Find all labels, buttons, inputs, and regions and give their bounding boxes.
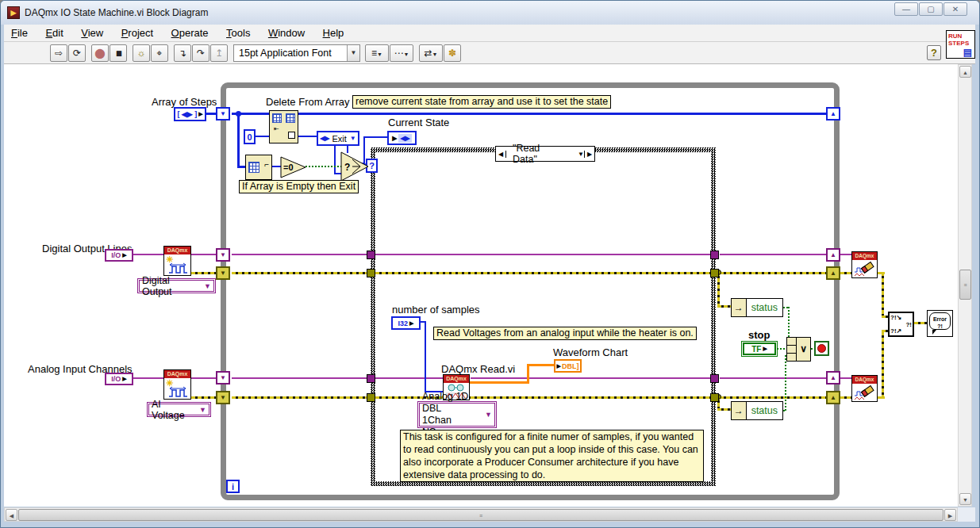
menu-project[interactable]: Project [114,25,160,41]
pause-button-icon[interactable]: ▮▮ [110,44,127,62]
array-size-icon[interactable]: ⌐ [245,155,272,180]
shift-register-do-task-right[interactable]: ▲ [826,248,840,262]
vertical-scroll-thumb[interactable]: ≡ [959,270,971,300]
vi-icon-run-steps[interactable]: RUN STEPS ▤ [946,30,975,59]
daqmx-create-channel-do-icon[interactable]: DAQmx ✳ [163,246,191,276]
comment-read-voltages: Read Voltages from an analog input while… [433,327,697,340]
step-into-icon[interactable]: ↴ [174,44,191,62]
menu-operate[interactable]: Operate [164,25,216,41]
minimize-button[interactable]: — [894,2,918,16]
terminal-waveform-chart[interactable]: ▶ DBL] [554,359,582,373]
loop-iteration-terminal[interactable]: i [226,480,240,493]
daqmx-create-channel-ai-icon[interactable]: DAQmx ✳ [163,369,191,400]
loop-condition-stop-icon[interactable] [814,341,829,356]
menu-window[interactable]: Window [261,25,312,41]
close-button[interactable]: ✕ [943,2,967,16]
terminal-stop[interactable]: TF▶ [741,341,778,357]
label-number-of-samples: number of samples [392,304,480,316]
shift-register-do-error-left[interactable]: ▼ [216,266,230,280]
align-objects-icon[interactable]: ≡▼ [365,44,389,62]
wire-empty-bool [306,166,342,167]
tunnel-ai-error-left[interactable] [367,393,375,402]
tunnel-do-error-right[interactable] [710,269,719,277]
delete-from-array-icon[interactable]: ⇤ [269,110,298,143]
constant-exit-enum[interactable]: ◀▶ Exit ▼ [317,131,359,146]
horizontal-scroll-thumb[interactable]: ≡ [18,509,943,521]
comment-remove-state: remove current state from array and use … [352,95,611,109]
labview-app-icon: ▶ [7,6,20,19]
menu-view[interactable]: View [74,25,110,41]
menu-tools[interactable]: Tools [219,25,257,41]
context-help-button[interactable]: ? [927,45,941,60]
terminal-analog-input-channels[interactable]: I/O▶ [105,373,133,385]
menu-edit[interactable]: Edit [38,25,70,41]
horizontal-scrollbar[interactable]: ◀ ≡ ▶ [4,507,958,522]
case-selector-label[interactable]: ◀ "Read Data" ▼ ▶ [495,146,595,162]
wire-status2-bool-v [785,355,786,411]
daqmx-clear-task-icon-2[interactable]: DAQmx [851,375,878,402]
vertical-scrollbar[interactable]: ▲ ≡ ▼ [958,64,972,507]
scroll-right-icon[interactable]: ▶ [944,509,956,521]
do-channel-type-selector[interactable]: Digital Output▼ [137,278,216,293]
shift-register-do-task-left[interactable]: ▼ [216,248,230,262]
maximize-button[interactable]: ▢ [919,2,943,16]
wire-ai-task-1 [133,377,164,379]
daqmx-clear-task-icon-1[interactable]: DAQmx [851,251,878,278]
scroll-left-icon[interactable]: ◀ [6,509,17,521]
tunnel-do-error-left[interactable] [367,269,375,277]
ai-channel-type-selector[interactable]: AI Voltage▼ [147,402,211,417]
chevron-down-icon[interactable]: ▼ [578,151,584,158]
distribute-objects-icon[interactable]: ⋯▼ [390,44,413,62]
wire-ai-task-4 [375,377,444,379]
tunnel-ai-task-right[interactable] [710,374,719,383]
shift-register-ai-task-left[interactable]: ▼ [216,371,230,385]
shift-register-ai-error-left[interactable]: ▼ [216,391,230,404]
terminal-digital-output-lines[interactable]: I/O▶ [105,249,133,262]
scroll-up-icon[interactable]: ▲ [959,66,971,78]
read-instance-selector[interactable]: Analog 1D DBL 1Chan NSamp ▼ [417,401,497,428]
select-function-icon[interactable]: ? [340,151,370,182]
terminal-number-of-samples[interactable]: I32▶ [391,316,421,330]
simple-error-handler-icon[interactable]: Error ?! [927,310,953,337]
menu-file[interactable]: File [4,25,35,41]
terminal-array-of-steps[interactable]: [ ◀▶ ]▶ [174,107,206,121]
cleanup-diagram-icon[interactable]: ✽ [444,44,461,62]
terminal-current-state[interactable]: ▶ ◀▶ [387,131,417,145]
step-out-icon[interactable]: ↥ [210,44,228,62]
step-over-icon[interactable]: ↷ [192,44,209,62]
font-selector[interactable]: 15pt Application Font ▼ [233,44,360,62]
case-prev-icon[interactable]: ◀ [496,151,506,158]
block-diagram-canvas[interactable]: ▼ ▼ ▼ ▼ ▼ ▲ ▲ ▲ ▲ ▲ ◀ "Read Data" ▼ ▶ ? … [4,64,958,507]
shift-register-do-error-right[interactable]: ▲ [826,266,840,280]
unbundle-status-1[interactable]: → status [731,298,783,317]
tunnel-ai-task-left[interactable] [367,374,375,383]
equal-to-zero-icon[interactable]: =0 [280,156,307,178]
case-next-icon[interactable]: ▶ [584,151,594,158]
shift-register-array-right[interactable]: ▲ [826,107,840,121]
run-continuously-icon[interactable]: ⟳ [68,44,86,62]
tunnel-do-task-left[interactable] [367,251,375,259]
resize-grip[interactable] [958,507,975,522]
highlight-execution-icon[interactable]: ☼ [133,44,150,62]
reorder-icon[interactable]: ⇄▼ [419,44,443,62]
tunnel-do-task-right[interactable] [710,251,719,259]
tunnel-ai-error-right[interactable] [710,393,719,402]
abort-button-icon[interactable]: ⬤ [91,44,109,62]
shift-register-array-left[interactable]: ▼ [216,107,230,121]
size-bracket-icon: ⌐ [264,160,269,169]
merge-errors-icon[interactable]: ?!↘ ?! ?!↗ [888,312,914,337]
chevron-down-icon[interactable]: ▼ [347,45,359,61]
wire-ai-task-7 [840,377,852,379]
constant-zero[interactable]: 0 [244,129,256,144]
retain-wire-values-icon[interactable]: ⌖ [151,44,168,62]
unbundle-status-2[interactable]: → status [731,401,783,420]
case-selector-value[interactable]: "Read Data" [506,143,567,165]
shift-register-ai-error-right[interactable]: ▲ [826,391,840,404]
shift-register-ai-task-right[interactable]: ▲ [826,371,840,385]
wire-ai-error-5 [840,396,852,399]
run-button-icon[interactable]: ⇨ [50,44,67,62]
compound-or-icon[interactable]: ∨ [786,337,811,362]
wire-data-v [527,365,529,384]
scroll-down-icon[interactable]: ▼ [959,493,971,505]
menu-help[interactable]: Help [316,25,352,41]
